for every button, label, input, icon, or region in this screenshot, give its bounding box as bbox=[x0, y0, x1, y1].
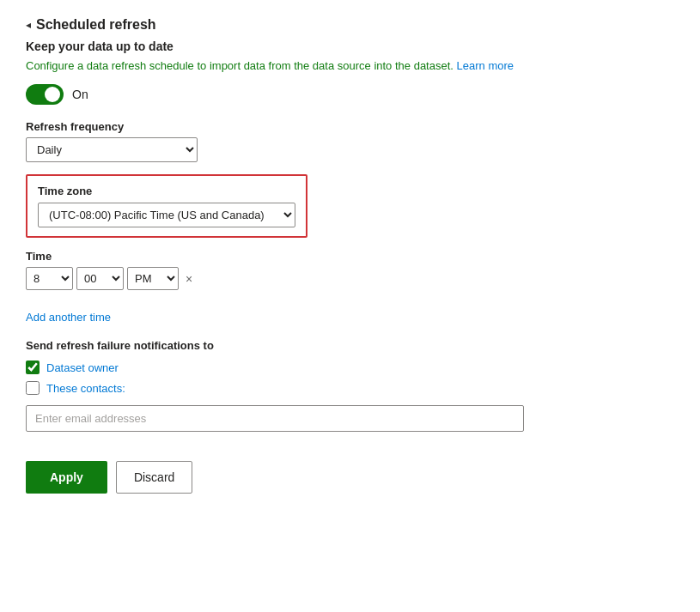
time-minute-select[interactable]: 00153045 bbox=[76, 267, 124, 290]
email-input[interactable] bbox=[26, 405, 524, 432]
timezone-label: Time zone bbox=[38, 185, 295, 197]
refresh-frequency-select[interactable]: Daily Weekly bbox=[26, 137, 198, 162]
action-buttons: Apply Discard bbox=[26, 461, 674, 494]
time-remove-button[interactable]: × bbox=[186, 272, 192, 286]
subtitle: Keep your data up to date bbox=[26, 39, 674, 53]
these-contacts-checkbox[interactable] bbox=[26, 381, 40, 395]
section-header: ◂ Scheduled refresh bbox=[26, 17, 674, 33]
these-contacts-label[interactable]: These contacts: bbox=[46, 382, 125, 395]
time-group: Time 1234 5678 9101112 00153045 AMPM × bbox=[26, 250, 674, 290]
timezone-select[interactable]: (UTC-08:00) Pacific Time (US and Canada)… bbox=[38, 203, 295, 227]
time-label: Time bbox=[26, 250, 674, 263]
time-hour-select[interactable]: 1234 5678 9101112 bbox=[26, 267, 73, 290]
toggle-row: On bbox=[26, 84, 674, 105]
discard-button[interactable]: Discard bbox=[116, 461, 192, 494]
notifications-group: Send refresh failure notifications to Da… bbox=[26, 339, 674, 449]
chevron-icon: ◂ bbox=[26, 19, 31, 31]
time-ampm-select[interactable]: AMPM bbox=[127, 267, 179, 290]
refresh-toggle[interactable] bbox=[26, 84, 64, 105]
dataset-owner-label[interactable]: Dataset owner bbox=[46, 361, 119, 374]
refresh-frequency-group: Refresh frequency Daily Weekly bbox=[26, 120, 674, 162]
dataset-owner-row: Dataset owner bbox=[26, 361, 674, 374]
notifications-label: Send refresh failure notifications to bbox=[26, 339, 674, 352]
add-another-time-link[interactable]: Add another time bbox=[26, 311, 111, 324]
timezone-group: Time zone (UTC-08:00) Pacific Time (US a… bbox=[26, 174, 674, 238]
toggle-label: On bbox=[72, 88, 88, 101]
these-contacts-row: These contacts: bbox=[26, 381, 674, 395]
description-text: Configure a data refresh schedule to imp… bbox=[26, 58, 674, 74]
dataset-owner-checkbox[interactable] bbox=[26, 361, 40, 374]
learn-more-link[interactable]: Learn more bbox=[457, 59, 514, 72]
time-row: 1234 5678 9101112 00153045 AMPM × bbox=[26, 267, 674, 290]
timezone-box: Time zone (UTC-08:00) Pacific Time (US a… bbox=[26, 174, 307, 238]
page-title: Scheduled refresh bbox=[36, 17, 156, 33]
apply-button[interactable]: Apply bbox=[26, 461, 107, 494]
refresh-frequency-label: Refresh frequency bbox=[26, 120, 674, 133]
